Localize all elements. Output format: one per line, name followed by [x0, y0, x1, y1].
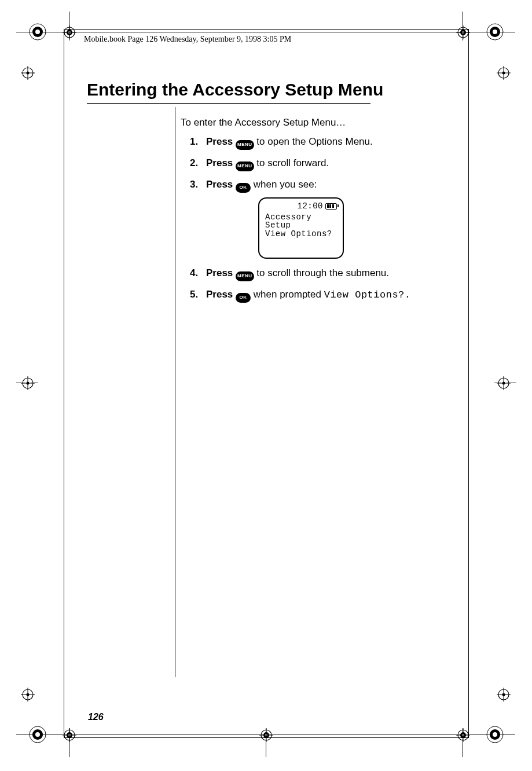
menu-key-icon: MENU [236, 161, 254, 171]
step-2: Press MENU to scroll forward. [206, 157, 447, 171]
registration-mark-icon [456, 25, 470, 39]
step-text: when you see: [254, 179, 317, 190]
step-text: when prompted [254, 289, 324, 300]
step-text: to scroll forward. [256, 157, 329, 168]
menu-key-icon: MENU [236, 271, 254, 281]
ok-key-icon: OK [236, 183, 251, 193]
phone-screen: 12:00 Accessory Setup View Options? [258, 197, 344, 259]
content-area: Entering the Accessory Setup Menu To ent… [87, 80, 457, 310]
press-label: Press [206, 179, 233, 190]
registration-mark-icon [259, 728, 273, 742]
crop-medallion-icon [28, 22, 47, 42]
crop-line [16, 32, 515, 32]
registration-mark-icon [497, 376, 511, 390]
press-label: Press [206, 157, 233, 168]
phone-screen-graphic: 12:00 Accessory Setup View Options? [258, 197, 447, 259]
crop-medallion-icon [28, 725, 47, 744]
step-text: to open the Options Menu. [256, 136, 372, 147]
running-header: Mobile.book Page 126 Wednesday, Septembe… [84, 35, 291, 44]
step-3: Press OK when you see: 12:00 Accessory S… [206, 178, 447, 259]
title-underline [87, 103, 370, 104]
screen-time: 12:00 [297, 202, 323, 211]
svg-point-11 [493, 732, 497, 737]
registration-mark-icon [456, 728, 470, 742]
svg-point-8 [35, 732, 40, 737]
registration-mark-icon [21, 66, 35, 80]
body-column: To enter the Accessory Setup Menu… Press… [181, 116, 447, 303]
registration-mark-icon [63, 728, 76, 742]
press-label: Press [206, 267, 233, 278]
step-4: Press MENU to scroll through the submenu… [206, 267, 447, 281]
screen-line-2: Setup [265, 221, 337, 230]
crop-medallion-icon [485, 725, 505, 744]
steps-list: Press MENU to open the Options Menu. Pre… [181, 135, 447, 303]
page-title: Entering the Accessory Setup Menu [87, 80, 457, 100]
screen-line-3: View Options? [265, 230, 337, 238]
step-5: Press OK when prompted View Options?. [206, 288, 447, 303]
svg-point-2 [35, 30, 40, 34]
registration-mark-icon [63, 25, 76, 39]
prompt-text: View Options? [324, 289, 405, 300]
intro-text: To enter the Accessory Setup Menu… [181, 116, 447, 130]
step-1: Press MENU to open the Options Menu. [206, 135, 447, 150]
battery-icon [325, 203, 337, 210]
press-label: Press [206, 289, 233, 300]
crop-medallion-icon [485, 22, 505, 42]
svg-point-5 [493, 30, 497, 34]
step-text: to scroll through the submenu. [256, 267, 389, 278]
ok-key-icon: OK [236, 293, 251, 303]
screen-line-1: Accessory [265, 213, 337, 222]
registration-mark-icon [497, 66, 511, 80]
step-end: . [405, 289, 410, 300]
press-label: Press [206, 136, 233, 147]
registration-mark-icon [497, 688, 511, 702]
registration-mark-icon [21, 688, 35, 702]
menu-key-icon: MENU [236, 140, 254, 150]
page-number: 126 [88, 712, 104, 722]
registration-mark-icon [21, 376, 35, 390]
